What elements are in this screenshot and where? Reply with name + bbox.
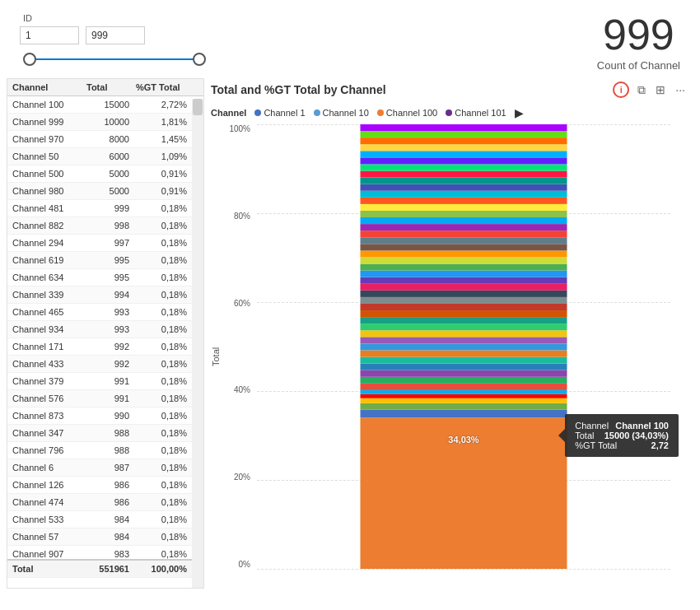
y-axis-title-text: Total xyxy=(211,347,221,366)
cell-pct: 1,45% xyxy=(133,133,190,146)
cell-pct: 0,18% xyxy=(133,357,190,370)
bar-segment xyxy=(361,394,567,398)
table-row: Channel 970 8000 1,45% xyxy=(7,131,203,148)
y-tick: 100% xyxy=(229,124,250,133)
legend-text-2: Channel 10 xyxy=(323,108,369,118)
bar-segment xyxy=(361,291,567,297)
cell-total: 15000 xyxy=(83,98,133,111)
tooltip: Channel Channel 100 Total 15000 (34,03%)… xyxy=(565,414,679,457)
filter-icon[interactable]: ⧉ xyxy=(636,83,647,97)
bar-segment xyxy=(361,144,567,151)
cell-total: 999 xyxy=(83,202,133,215)
cell-pct: 0,18% xyxy=(133,496,190,509)
cell-pct: 0,18% xyxy=(133,426,190,440)
table-row: Channel 500 5000 0,91% xyxy=(7,165,203,183)
bar-segment xyxy=(361,198,567,204)
cell-total: 984 xyxy=(83,530,133,543)
cell-total: 992 xyxy=(83,340,133,353)
legend-next-arrow[interactable]: ▶ xyxy=(515,106,524,119)
cell-channel: Channel 100 xyxy=(9,98,83,111)
info-icon[interactable]: i xyxy=(613,81,629,98)
legend-text-1: Channel 1 xyxy=(264,108,305,118)
table-row: Channel 634 995 0,18% xyxy=(7,269,203,286)
cell-channel: Channel 6 xyxy=(9,461,83,474)
range-max-input[interactable] xyxy=(86,26,145,44)
legend-item-4: Channel 101 xyxy=(446,108,506,118)
more-icon[interactable]: ··· xyxy=(674,83,687,96)
legend-text-4: Channel 101 xyxy=(455,108,506,118)
bar-segment xyxy=(361,164,567,170)
table-row: Channel 126 986 0,18% xyxy=(7,477,203,494)
cell-pct: 0,18% xyxy=(133,444,190,457)
cell-pct: 0,18% xyxy=(133,513,190,526)
total-value: 551961 xyxy=(83,562,133,575)
cell-total: 995 xyxy=(83,271,133,284)
legend-dot-2 xyxy=(314,109,320,116)
legend-label: Channel xyxy=(211,108,246,118)
cell-total: 986 xyxy=(83,478,133,491)
col-total: Total xyxy=(83,82,133,92)
cell-channel: Channel 347 xyxy=(9,426,83,440)
cell-channel: Channel 294 xyxy=(9,236,83,249)
bar-segment xyxy=(361,390,567,394)
bar-segment xyxy=(361,317,567,324)
table-row: Channel 6 987 0,18% xyxy=(7,459,203,477)
stacked-bar-chart xyxy=(257,124,670,569)
cell-pct: 0,18% xyxy=(133,530,190,543)
cell-total: 993 xyxy=(83,323,133,336)
range-slider[interactable] xyxy=(20,48,209,71)
cell-pct: 0,18% xyxy=(133,236,190,249)
range-thumb-right[interactable] xyxy=(193,53,206,66)
scrollbar[interactable] xyxy=(192,99,203,588)
cell-channel: Channel 379 xyxy=(9,375,83,388)
bar-segment xyxy=(361,357,567,364)
table-row: Channel 619 995 0,18% xyxy=(7,252,203,269)
scroll-thumb[interactable] xyxy=(193,99,203,115)
table-row: Channel 50 6000 1,09% xyxy=(7,148,203,165)
bar-segment xyxy=(361,250,567,257)
bar-segment xyxy=(361,137,567,144)
bar-segment xyxy=(361,157,567,164)
tooltip-channel-value: Channel 100 xyxy=(615,421,669,431)
cell-channel: Channel 576 xyxy=(9,392,83,405)
cell-pct: 1,81% xyxy=(133,115,190,128)
bar-segment xyxy=(361,310,567,317)
bar-segment xyxy=(361,297,567,304)
cell-channel: Channel 339 xyxy=(9,288,83,301)
table-row: Channel 576 991 0,18% xyxy=(7,390,203,407)
table-row: Channel 907 983 0,18% xyxy=(7,546,203,559)
total-channel: Total xyxy=(9,562,83,575)
cell-pct: 0,91% xyxy=(133,184,190,198)
y-axis-label: Total xyxy=(211,124,221,589)
range-thumb-left[interactable] xyxy=(23,53,36,66)
legend-dot-4 xyxy=(446,109,452,116)
count-label: Count of Channel xyxy=(597,59,680,72)
range-min-input[interactable] xyxy=(20,26,79,44)
bar-segment xyxy=(361,330,567,337)
col-scroll-spacer xyxy=(190,82,203,92)
table-body[interactable]: Channel 100 15000 2,72%Channel 999 10000… xyxy=(7,96,203,559)
grid-0 xyxy=(257,569,670,570)
bar-segment xyxy=(361,370,567,377)
cell-channel: Channel 50 xyxy=(9,150,83,163)
cell-total: 988 xyxy=(83,426,133,440)
table-row: Channel 433 992 0,18% xyxy=(7,356,203,373)
table-row: Channel 999 10000 1,81% xyxy=(7,114,203,131)
legend-dot-1 xyxy=(254,109,261,116)
cell-total: 991 xyxy=(83,392,133,405)
bar-segment xyxy=(361,403,567,410)
table-row: Channel 873 990 0,18% xyxy=(7,407,203,425)
table-row: Channel 474 986 0,18% xyxy=(7,494,203,511)
cell-pct: 0,18% xyxy=(133,375,190,388)
cell-total: 993 xyxy=(83,305,133,319)
count-number: 999 xyxy=(597,13,680,56)
cell-pct: 0,18% xyxy=(133,547,190,559)
cell-total: 5000 xyxy=(83,184,133,198)
chart-section: Total and %GT Total by Channel i ⧉ ⊞ ···… xyxy=(204,78,693,589)
expand-icon[interactable]: ⊞ xyxy=(654,83,667,96)
range-track xyxy=(30,58,199,60)
tooltip-total-row: Total 15000 (34,03%) xyxy=(575,431,669,440)
bar-segment xyxy=(361,224,567,230)
tooltip-pct-value: 2,72 xyxy=(651,440,669,450)
total-row: Total 551961 100,00% xyxy=(7,559,203,578)
